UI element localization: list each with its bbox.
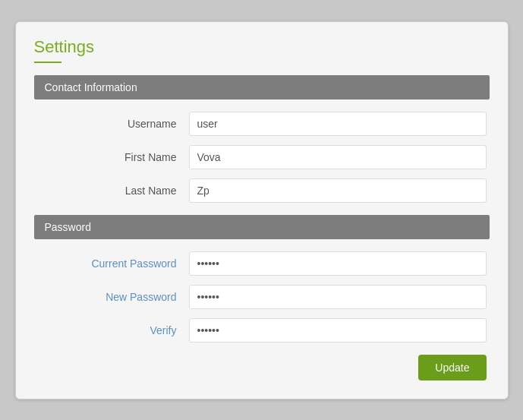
title-underline (34, 62, 61, 63)
username-input[interactable] (189, 112, 487, 136)
update-button[interactable]: Update (418, 355, 486, 381)
lastname-input[interactable] (189, 178, 487, 203)
firstname-input[interactable] (189, 145, 487, 169)
new-password-label: New Password (37, 291, 189, 303)
contact-section-header: Contact Information (34, 75, 490, 99)
lastname-field-group: Last Name (34, 178, 490, 203)
verify-input[interactable] (189, 318, 487, 343)
password-section-header: Password (34, 215, 490, 239)
firstname-field-group: First Name (34, 145, 490, 169)
lastname-label: Last Name (37, 185, 189, 197)
current-password-field-group: Current Password (34, 251, 490, 276)
new-password-input[interactable] (189, 285, 487, 309)
new-password-field-group: New Password (34, 285, 490, 309)
button-row: Update (34, 355, 490, 381)
verify-label: Verify (37, 324, 189, 336)
current-password-input[interactable] (189, 251, 487, 276)
page-title: Settings (34, 37, 490, 57)
firstname-label: First Name (37, 151, 189, 163)
current-password-label: Current Password (37, 257, 189, 270)
page-container: Settings Contact Information Username Fi… (0, 0, 523, 420)
settings-card: Settings Contact Information Username Fi… (15, 21, 509, 399)
username-label: Username (37, 118, 189, 130)
username-field-group: Username (34, 112, 490, 136)
verify-field-group: Verify (34, 318, 490, 343)
